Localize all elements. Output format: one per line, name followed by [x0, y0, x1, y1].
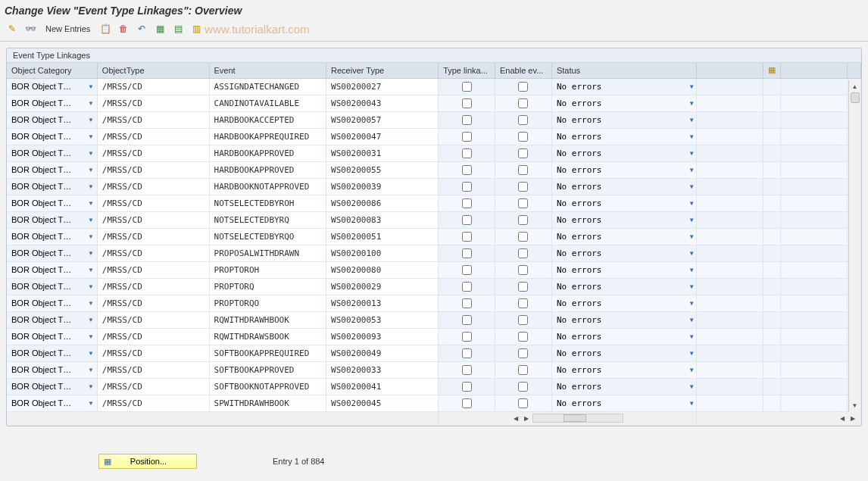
enable-event-checkbox[interactable] — [518, 382, 528, 392]
object-type-value[interactable]: /MRSS/CD — [98, 379, 209, 395]
receiver-type-value[interactable]: WS00200013 — [326, 295, 438, 311]
enable-event-checkbox[interactable] — [518, 165, 528, 175]
type-linkage-checkbox[interactable] — [462, 232, 472, 242]
hscroll-track[interactable] — [532, 414, 623, 423]
event-value[interactable]: SPWITHDRAWHBOOK — [210, 395, 326, 411]
position-button[interactable]: ▦ Position... — [98, 454, 197, 469]
object-type-value[interactable]: /MRSS/CD — [98, 212, 209, 228]
chevron-down-icon[interactable]: ▼ — [690, 333, 694, 340]
chevron-down-icon[interactable]: ▼ — [88, 167, 94, 173]
col-object-type[interactable]: ObjectType — [97, 63, 209, 78]
receiver-type-value[interactable]: WS00200027 — [326, 79, 438, 95]
hscroll-thumb[interactable] — [564, 414, 586, 422]
object-type-value[interactable]: /MRSS/CD — [98, 195, 209, 211]
chevron-down-icon[interactable]: ▼ — [88, 250, 94, 257]
table-row[interactable]: BOR Object T…▼/MRSS/CDSPWITHDRAWHBOOKWS0… — [7, 395, 861, 411]
col-enable-ev[interactable]: Enable ev... — [495, 63, 552, 78]
event-value[interactable]: SOFTBOOKAPPREQUIRED — [210, 345, 326, 361]
object-type-value[interactable]: /MRSS/CD — [98, 279, 209, 295]
enable-event-checkbox[interactable] — [518, 232, 528, 242]
event-value[interactable]: HARDBOOKAPPREQUIRED — [210, 129, 326, 145]
chevron-down-icon[interactable]: ▼ — [690, 367, 694, 373]
scroll-left-icon[interactable]: ◀ — [511, 414, 520, 423]
receiver-type-value[interactable]: WS00200049 — [326, 345, 438, 361]
delete-icon[interactable]: 🗑 — [116, 21, 131, 36]
table-row[interactable]: BOR Object T…▼/MRSS/CDRQWITHDRAWSBOOKWS0… — [7, 328, 861, 345]
receiver-type-value[interactable]: WS00200083 — [326, 212, 438, 228]
change-icon[interactable]: ✎ — [5, 21, 20, 36]
enable-event-checkbox[interactable] — [518, 182, 528, 192]
receiver-type-value[interactable]: WS00200051 — [326, 229, 438, 245]
type-linkage-checkbox[interactable] — [462, 348, 472, 358]
enable-event-checkbox[interactable] — [518, 298, 528, 308]
receiver-type-value[interactable]: WS00200053 — [326, 312, 438, 328]
receiver-type-value[interactable]: WS00200057 — [326, 112, 438, 128]
event-value[interactable]: SOFTBOOKAPPROVED — [210, 362, 326, 378]
event-value[interactable]: ASSIGNDATECHANGED — [210, 79, 326, 95]
table-row[interactable]: BOR Object T…▼/MRSS/CDNOTSELECTEDBYROHWS… — [7, 195, 861, 211]
horizontal-scrollbar[interactable]: ◀▶ — [439, 412, 696, 425]
table-row[interactable]: BOR Object T…▼/MRSS/CDHARDBOOKAPPREQUIRE… — [7, 128, 861, 145]
type-linkage-checkbox[interactable] — [462, 198, 472, 208]
object-type-value[interactable]: /MRSS/CD — [98, 295, 209, 311]
receiver-type-value[interactable]: WS00200080 — [326, 262, 438, 278]
chevron-down-icon[interactable]: ▼ — [690, 300, 694, 307]
undo-icon[interactable]: ↶ — [134, 21, 149, 36]
chevron-down-icon[interactable]: ▼ — [88, 283, 94, 290]
receiver-type-value[interactable]: WS00200093 — [326, 329, 438, 345]
receiver-type-value[interactable]: WS00200043 — [326, 95, 438, 111]
object-type-value[interactable]: /MRSS/CD — [98, 79, 209, 95]
table-row[interactable]: BOR Object T…▼/MRSS/CDHARDBOOKAPPROVEDWS… — [7, 161, 861, 178]
chevron-down-icon[interactable]: ▼ — [690, 183, 694, 190]
chevron-down-icon[interactable]: ▼ — [690, 350, 694, 357]
horizontal-scrollbar-right[interactable]: ◀▶ — [697, 412, 860, 425]
type-linkage-checkbox[interactable] — [462, 148, 472, 158]
receiver-type-value[interactable]: WS00200100 — [326, 245, 438, 261]
object-type-value[interactable]: /MRSS/CD — [98, 329, 209, 345]
scroll-up-icon[interactable]: ▲ — [851, 82, 860, 91]
chevron-down-icon[interactable]: ▼ — [690, 317, 694, 323]
col-type-linkage[interactable]: Type linka... — [439, 63, 495, 78]
enable-event-checkbox[interactable] — [518, 365, 528, 375]
event-value[interactable]: NOTSELECTEDBYRQO — [210, 229, 326, 245]
chevron-down-icon[interactable]: ▼ — [690, 167, 694, 173]
chevron-down-icon[interactable]: ▼ — [690, 83, 694, 90]
type-linkage-checkbox[interactable] — [462, 265, 472, 275]
event-value[interactable]: NOTSELECTEDBYRQ — [210, 212, 326, 228]
receiver-type-value[interactable]: WS00200086 — [326, 195, 438, 211]
chevron-down-icon[interactable]: ▼ — [690, 283, 694, 290]
table-row[interactable]: BOR Object T…▼/MRSS/CDSOFTBOOKAPPROVEDWS… — [7, 361, 861, 378]
event-value[interactable]: NOTSELECTEDBYROH — [210, 195, 326, 211]
table-row[interactable]: BOR Object T…▼/MRSS/CDSOFTBOOKNOTAPPROVE… — [7, 378, 861, 395]
event-value[interactable]: CANDINOTAVAILABLE — [210, 95, 326, 111]
table-row[interactable]: BOR Object T…▼/MRSS/CDNOTSELECTEDBYRQWS0… — [7, 211, 861, 228]
col-receiver-type[interactable]: Receiver Type — [326, 63, 439, 78]
table-row[interactable]: BOR Object T…▼/MRSS/CDPROPTORQWS00200029… — [7, 278, 861, 295]
object-type-value[interactable]: /MRSS/CD — [98, 262, 209, 278]
chevron-down-icon[interactable]: ▼ — [88, 200, 94, 207]
enable-event-checkbox[interactable] — [518, 198, 528, 208]
object-type-value[interactable]: /MRSS/CD — [98, 95, 209, 111]
col-event[interactable]: Event — [209, 63, 326, 78]
event-value[interactable]: PROPTORQO — [210, 295, 326, 311]
type-linkage-checkbox[interactable] — [462, 115, 472, 125]
chevron-down-icon[interactable]: ▼ — [88, 117, 94, 123]
chevron-down-icon[interactable]: ▼ — [690, 233, 694, 240]
chevron-down-icon[interactable]: ▼ — [690, 383, 694, 390]
scroll-down-icon[interactable]: ▼ — [851, 401, 860, 411]
table-row[interactable]: BOR Object T…▼/MRSS/CDHARDBOOKACCEPTEDWS… — [7, 111, 861, 128]
event-value[interactable]: PROPTORQ — [210, 279, 326, 295]
object-type-value[interactable]: /MRSS/CD — [98, 245, 209, 261]
enable-event-checkbox[interactable] — [518, 315, 528, 325]
table-row[interactable]: BOR Object T…▼/MRSS/CDPROPTOROHWS0020008… — [7, 261, 861, 278]
deselect-icon[interactable]: ▤ — [170, 21, 186, 36]
chevron-down-icon[interactable]: ▼ — [88, 183, 94, 190]
table-row[interactable]: BOR Object T…▼/MRSS/CDHARDBOOKNOTAPPROVE… — [7, 178, 861, 195]
enable-event-checkbox[interactable] — [518, 132, 528, 142]
col-status[interactable]: Status — [551, 63, 697, 78]
object-type-value[interactable]: /MRSS/CD — [98, 312, 209, 328]
object-type-value[interactable]: /MRSS/CD — [98, 179, 209, 195]
type-linkage-checkbox[interactable] — [462, 398, 472, 408]
object-type-value[interactable]: /MRSS/CD — [98, 229, 209, 245]
table-settings-icon[interactable]: ▥ — [189, 21, 204, 36]
